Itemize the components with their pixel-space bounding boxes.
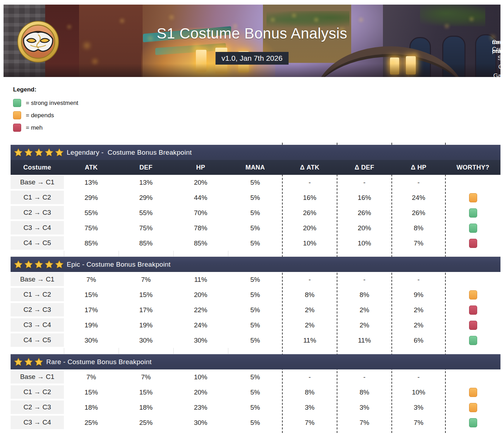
costume-step-cell: C3 → C4 <box>11 415 64 430</box>
costume-step-cell: C1 → C2 <box>11 190 64 205</box>
value-cell: 7% <box>64 276 119 284</box>
table-title-band-legendary: Legendary - Costume Bonus Breakpoint <box>11 145 500 160</box>
star-icon <box>24 260 33 268</box>
worthy-cell <box>445 290 500 299</box>
value-cell: 10% <box>392 388 445 396</box>
value-cell: 75% <box>119 224 173 232</box>
value-cell: 7% <box>337 419 392 427</box>
column-header: Costume <box>11 164 64 171</box>
value-cell: 10% <box>337 239 392 247</box>
legend: Legend: = strong investment = depends = … <box>13 86 78 136</box>
dashed-column-separator <box>391 143 392 433</box>
value-cell: 30% <box>173 337 228 344</box>
value-cell: 30% <box>173 419 228 427</box>
costume-step-cell: C2 → C3 <box>11 205 64 220</box>
value-cell: 11% <box>173 276 228 284</box>
value-cell: - <box>337 373 392 381</box>
table-row: C1 → C215%15%20%5%8%8%10% <box>11 385 500 400</box>
value-cell: 5% <box>228 404 282 411</box>
value-cell: 44% <box>173 194 228 202</box>
costume-step-label: C1 → C2 <box>11 191 64 204</box>
value-cell: - <box>282 373 337 381</box>
value-cell: 7% <box>119 276 173 284</box>
star-icon <box>35 260 43 268</box>
star-icon <box>55 260 64 268</box>
value-cell: 70% <box>173 209 228 217</box>
value-cell: 2% <box>392 306 445 314</box>
costume-step-cell: C1 → C2 <box>11 287 64 302</box>
value-cell: 7% <box>64 373 119 381</box>
value-cell: - <box>392 179 445 186</box>
costume-step-cell: C4 → C5 <box>11 333 64 348</box>
costume-step-cell: C4 → C5 <box>11 236 64 251</box>
value-cell: 2% <box>337 321 392 329</box>
worthy-cell <box>445 418 500 427</box>
value-cell: 85% <box>173 239 228 247</box>
table-title: Rare - Costume Bonus Breakpoint <box>46 358 152 366</box>
column-header: Δ HP <box>392 164 445 171</box>
value-cell: 15% <box>119 291 173 299</box>
costume-step-label: C3 → C4 <box>11 416 64 429</box>
value-cell: 7% <box>119 373 173 381</box>
star-rating <box>14 260 64 268</box>
value-cell: 10% <box>173 373 228 381</box>
value-cell: 5% <box>228 224 282 232</box>
table-title-band-rare: Rare - Costume Bonus Breakpoint <box>11 354 500 369</box>
credits-line: Credits: Small Giant Games <box>492 45 500 77</box>
column-header: Δ DEF <box>337 164 392 171</box>
value-cell: 23% <box>173 404 228 411</box>
value-cell: 5% <box>228 321 282 329</box>
table-row: C2 → C318%18%23%5%3%3%3% <box>11 400 500 415</box>
worthy-cell <box>445 336 500 345</box>
star-icon <box>55 148 64 156</box>
legend-item-label: = meh <box>26 124 43 131</box>
value-cell: 8% <box>337 388 392 396</box>
value-cell: 30% <box>119 337 173 344</box>
worthy-badge-green <box>469 418 477 427</box>
value-cell: 6% <box>392 337 445 344</box>
value-cell: 17% <box>119 306 173 314</box>
column-header: WORTHY? <box>445 164 500 171</box>
column-header-row: CostumeATKDEFHPMANAΔ ATKΔ DEFΔ HPWORTHY? <box>11 160 500 175</box>
costume-step-label: C3 → C4 <box>11 318 64 332</box>
value-cell: 7% <box>392 419 445 427</box>
legend-item-depends: = depends <box>13 112 78 119</box>
value-cell: - <box>282 179 337 186</box>
table-row: C1 → C229%29%44%5%16%16%24% <box>11 190 500 205</box>
value-cell: 2% <box>392 321 445 329</box>
value-cell: - <box>337 179 392 186</box>
value-cell: 9% <box>392 291 445 299</box>
value-cell: 17% <box>64 306 119 314</box>
costume-step-cell: Base → C1 <box>11 175 64 190</box>
value-cell: 8% <box>337 291 392 299</box>
value-cell: 7% <box>392 239 445 247</box>
worthy-cell <box>445 321 500 330</box>
costume-step-label: C2 → C3 <box>11 401 64 414</box>
dashed-column-separator <box>337 143 337 433</box>
value-cell: 5% <box>228 194 282 202</box>
star-icon <box>14 358 23 366</box>
value-cell: 24% <box>173 321 228 329</box>
value-cell: 5% <box>228 291 282 299</box>
value-cell: 78% <box>173 224 228 232</box>
table-row: Base → C113%13%20%5%--- <box>11 175 500 190</box>
value-cell: 20% <box>282 224 337 232</box>
costume-step-cell: Base → C1 <box>11 369 64 385</box>
dashed-column-separator <box>282 143 283 433</box>
value-cell: 16% <box>337 194 392 202</box>
worthy-badge-orange <box>469 403 477 412</box>
red-swatch-icon <box>13 124 21 132</box>
value-cell: 3% <box>282 404 337 411</box>
page: S1 Costume Bonus Analysis v1.0, Jan 7th … <box>0 0 504 433</box>
table-row: C3 → C425%25%30%5%7%7%7% <box>11 415 500 430</box>
star-rating <box>14 358 43 366</box>
worthy-cell <box>445 239 500 248</box>
costume-step-label: Base → C1 <box>11 273 64 286</box>
value-cell: 15% <box>64 291 119 299</box>
value-cell: 20% <box>173 179 228 186</box>
column-header: HP <box>173 164 228 171</box>
table-row: C3 → C475%75%78%5%20%20%8% <box>11 220 500 236</box>
table-gap <box>11 348 500 354</box>
value-cell: 20% <box>337 224 392 232</box>
worthy-cell <box>445 403 500 412</box>
